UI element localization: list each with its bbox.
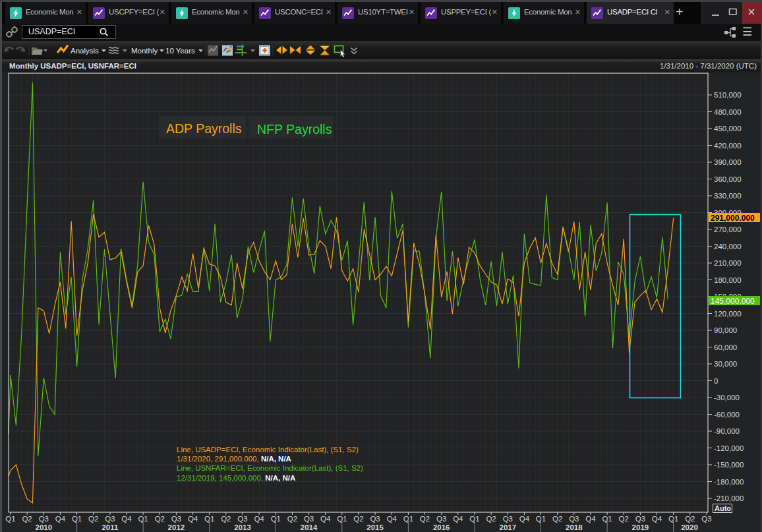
svg-text:Q2: Q2 bbox=[155, 515, 165, 523]
svg-text:Q4: Q4 bbox=[453, 515, 463, 523]
svg-text:Q4: Q4 bbox=[519, 515, 530, 523]
svg-text:240,000: 240,000 bbox=[714, 243, 742, 251]
svg-text:Q2: Q2 bbox=[88, 515, 98, 523]
svg-text:Q3: Q3 bbox=[105, 515, 115, 523]
svg-text:Q3: Q3 bbox=[304, 515, 314, 523]
svg-text:ADP Payrolls: ADP Payrolls bbox=[166, 121, 242, 136]
svg-text:90,000: 90,000 bbox=[714, 326, 737, 334]
svg-text:145,000.000: 145,000.000 bbox=[711, 297, 755, 306]
svg-text:60,000: 60,000 bbox=[714, 343, 737, 351]
svg-text:0: 0 bbox=[714, 377, 718, 385]
svg-text:-210,000: -210,000 bbox=[714, 494, 744, 502]
svg-text:Q4: Q4 bbox=[188, 515, 198, 523]
svg-text:Q2: Q2 bbox=[287, 515, 297, 523]
svg-text:Q3: Q3 bbox=[569, 515, 579, 523]
svg-text:180,000: 180,000 bbox=[714, 276, 742, 284]
svg-text:2012: 2012 bbox=[168, 523, 185, 531]
svg-text:Q4: Q4 bbox=[585, 515, 596, 523]
svg-text:291,000.000: 291,000.000 bbox=[711, 214, 755, 223]
svg-text:-180,000: -180,000 bbox=[714, 478, 744, 486]
svg-text:360,000: 360,000 bbox=[714, 175, 742, 183]
svg-text:Q3: Q3 bbox=[701, 515, 711, 523]
svg-text:30,000: 30,000 bbox=[714, 360, 737, 368]
svg-text:330,000: 330,000 bbox=[714, 192, 742, 200]
svg-text:120,000: 120,000 bbox=[714, 310, 742, 318]
svg-text:-120,000: -120,000 bbox=[714, 444, 744, 452]
svg-text:Q4: Q4 bbox=[55, 515, 66, 523]
svg-text:480,000: 480,000 bbox=[714, 108, 742, 116]
svg-text:12/31/2019, 145,000.000, N/A,: 12/31/2019, 145,000.000, N/A, N/A bbox=[177, 474, 295, 482]
svg-text:Monthly: Monthly bbox=[131, 47, 158, 55]
svg-text:Q2: Q2 bbox=[22, 515, 32, 523]
svg-text:-60,000: -60,000 bbox=[714, 411, 740, 419]
svg-text:Q2: Q2 bbox=[685, 515, 695, 523]
svg-text:2019: 2019 bbox=[632, 523, 649, 531]
svg-text:2014: 2014 bbox=[301, 523, 318, 531]
svg-text:2017: 2017 bbox=[500, 523, 517, 531]
svg-text:-90,000: -90,000 bbox=[714, 427, 740, 435]
svg-text:Line, USNFAR=ECI, Economic Ind: Line, USNFAR=ECI, Economic Indicator(Las… bbox=[177, 464, 363, 472]
svg-text:Q4: Q4 bbox=[121, 515, 132, 523]
svg-text:270,000: 270,000 bbox=[714, 225, 742, 233]
svg-text:10 Years: 10 Years bbox=[165, 47, 195, 55]
svg-text:-30,000: -30,000 bbox=[714, 394, 740, 401]
svg-text:Q1: Q1 bbox=[5, 515, 15, 523]
svg-text:Q3: Q3 bbox=[503, 515, 513, 523]
svg-text:Q3: Q3 bbox=[237, 515, 247, 523]
svg-text:Q2: Q2 bbox=[486, 515, 496, 523]
svg-text:Q4: Q4 bbox=[320, 515, 331, 523]
svg-text:Q2: Q2 bbox=[221, 515, 231, 523]
svg-text:Line, USADP=ECI, Economic Indi: Line, USADP=ECI, Economic Indicator(Last… bbox=[177, 446, 359, 454]
svg-text:Q3: Q3 bbox=[39, 515, 49, 523]
svg-text:Q2: Q2 bbox=[619, 515, 629, 523]
svg-text:2011: 2011 bbox=[102, 523, 119, 531]
svg-text:Q4: Q4 bbox=[254, 515, 264, 523]
svg-text:510,000: 510,000 bbox=[714, 91, 742, 99]
svg-text:1/31/2020, 291,000.000, N/A, N: 1/31/2020, 291,000.000, N/A, N/A bbox=[177, 455, 291, 463]
svg-text:Q3: Q3 bbox=[171, 515, 181, 523]
svg-text:2013: 2013 bbox=[234, 523, 251, 531]
svg-text:Auto: Auto bbox=[715, 504, 731, 512]
svg-text:450,000: 450,000 bbox=[714, 125, 742, 133]
svg-text:Q2: Q2 bbox=[353, 515, 363, 523]
svg-text:Q3: Q3 bbox=[436, 515, 446, 523]
svg-text:Q4: Q4 bbox=[387, 515, 397, 523]
svg-text:2010: 2010 bbox=[36, 523, 53, 531]
svg-text:390,000: 390,000 bbox=[714, 158, 742, 166]
svg-text:Analysis: Analysis bbox=[71, 47, 99, 55]
svg-text:Q3: Q3 bbox=[635, 515, 645, 523]
svg-text:NFP Payrolls: NFP Payrolls bbox=[257, 122, 332, 136]
svg-text:2018: 2018 bbox=[566, 523, 583, 531]
svg-text:2016: 2016 bbox=[433, 523, 450, 531]
svg-text:Q2: Q2 bbox=[552, 515, 562, 523]
svg-text:Q2: Q2 bbox=[420, 515, 430, 523]
svg-text:Q3: Q3 bbox=[370, 515, 380, 523]
svg-text:2020: 2020 bbox=[681, 523, 698, 531]
svg-text:2015: 2015 bbox=[366, 523, 384, 531]
svg-text:-150,000: -150,000 bbox=[714, 461, 744, 469]
svg-text:Q4: Q4 bbox=[652, 515, 662, 523]
svg-text:420,000: 420,000 bbox=[714, 142, 742, 150]
svg-text:210,000: 210,000 bbox=[714, 259, 742, 267]
